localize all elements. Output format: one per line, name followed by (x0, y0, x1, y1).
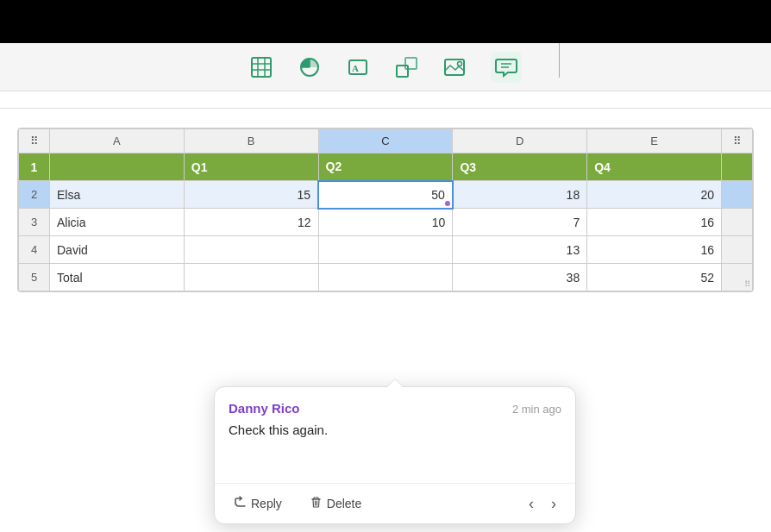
comment-body: Danny Rico 2 min ago Check this again. (215, 387, 575, 483)
row-end-2 (722, 181, 753, 209)
cell-3-C[interactable]: 10 (318, 209, 453, 236)
comment-actions: Reply Delete (229, 492, 367, 515)
cell-5-B[interactable] (184, 264, 318, 291)
comment-popup: Danny Rico 2 min ago Check this again. R… (214, 386, 576, 524)
cell-4-C[interactable] (318, 236, 453, 264)
cell-1-A[interactable] (50, 153, 185, 181)
row-num-5: 5 (19, 264, 50, 291)
cell-1-C[interactable]: Q2 (318, 153, 453, 181)
prev-comment-button[interactable]: ‹ (523, 493, 539, 515)
col-header-B[interactable]: B (184, 129, 318, 153)
spreadsheet-table: ⠿ A B C D E ⠿ 1 Q1 Q2 Q3 Q4 (18, 128, 753, 291)
comment-navigation: ‹ › (523, 493, 561, 515)
cell-2-B[interactable]: 15 (184, 181, 318, 209)
media-icon[interactable] (442, 55, 467, 79)
reply-label: Reply (251, 497, 282, 510)
delete-button[interactable]: Delete (304, 492, 367, 515)
row-end-4 (722, 236, 753, 264)
row-end-3 (722, 209, 753, 236)
reply-button[interactable]: Reply (229, 492, 287, 515)
delete-label: Delete (327, 497, 361, 510)
col-header-C[interactable]: C (318, 129, 453, 153)
table-row: 4 David 13 16 (19, 236, 753, 264)
spacer2 (0, 109, 771, 119)
toolbar: A (0, 43, 771, 91)
cell-3-A[interactable]: Alicia (50, 209, 185, 236)
row-end-1 (722, 153, 753, 181)
cell-5-E[interactable]: 52 (587, 264, 722, 291)
cell-5-D[interactable]: 38 (453, 264, 587, 291)
cell-1-E[interactable]: Q4 (587, 153, 722, 181)
comment-dot-indicator (445, 201, 450, 206)
col-header-E[interactable]: E (587, 129, 722, 153)
corner-handle-right: ⠿ (722, 129, 753, 153)
row-end-5: ⠿ (722, 264, 753, 291)
table-row: 3 Alicia 12 10 7 16 (19, 209, 753, 236)
comment-icon[interactable] (491, 52, 522, 83)
shapes-icon[interactable] (394, 55, 418, 79)
cell-1-B[interactable]: Q1 (184, 153, 318, 181)
row-num-2: 2 (19, 181, 50, 209)
toolbar-spacer (0, 91, 771, 109)
cell-5-C[interactable] (318, 264, 453, 291)
table-row: 5 Total 38 52 ⠿ (19, 264, 753, 291)
cell-4-A[interactable]: David (50, 236, 185, 264)
col-header-A[interactable]: A (50, 129, 185, 153)
cell-4-B[interactable] (184, 236, 318, 264)
cell-3-B[interactable]: 12 (184, 209, 318, 236)
cell-2-D[interactable]: 18 (453, 181, 587, 209)
spreadsheet-area: ⠿ A B C D E ⠿ 1 Q1 Q2 Q3 Q4 (0, 119, 771, 301)
svg-rect-0 (252, 58, 271, 77)
table-row: 1 Q1 Q2 Q3 Q4 (19, 153, 753, 181)
table-icon[interactable] (249, 55, 273, 79)
svg-rect-10 (397, 66, 408, 77)
corner-handle: ⠿ (19, 129, 50, 153)
chart-icon[interactable] (298, 55, 322, 79)
cell-4-E[interactable]: 16 (587, 236, 722, 264)
table-wrapper: ⠿ A B C D E ⠿ 1 Q1 Q2 Q3 Q4 (17, 128, 754, 292)
text-box-icon[interactable]: A (346, 55, 370, 79)
cell-2-E[interactable]: 20 (587, 181, 722, 209)
comment-text: Check this again. (229, 421, 561, 473)
cell-3-E[interactable]: 16 (587, 209, 722, 236)
comment-footer: Reply Delete ‹ (215, 483, 575, 523)
column-header-row: ⠿ A B C D E ⠿ (19, 129, 753, 153)
cell-1-D[interactable]: Q3 (453, 153, 587, 181)
delete-icon (310, 496, 323, 511)
cell-2-A[interactable]: Elsa (50, 181, 185, 209)
comment-header: Danny Rico 2 min ago (229, 401, 561, 416)
svg-point-13 (458, 61, 462, 66)
cell-5-A[interactable]: Total (50, 264, 185, 291)
col-header-D[interactable]: D (453, 129, 587, 153)
connector-line (559, 43, 560, 78)
table-row: 2 Elsa 15 50 18 20 (19, 181, 753, 209)
row-num-1: 1 (19, 153, 50, 181)
svg-text:A: A (352, 63, 359, 73)
cell-3-D[interactable]: 7 (453, 209, 587, 236)
cell-2-C[interactable]: 50 (318, 181, 453, 209)
reply-icon (234, 496, 247, 511)
row-num-3: 3 (19, 209, 50, 236)
cell-4-D[interactable]: 13 (453, 236, 587, 264)
row-num-4: 4 (19, 236, 50, 264)
comment-author: Danny Rico (229, 401, 300, 416)
top-bar (0, 0, 771, 43)
next-comment-button[interactable]: › (546, 493, 561, 515)
comment-time: 2 min ago (512, 403, 561, 416)
svg-rect-11 (405, 58, 417, 69)
